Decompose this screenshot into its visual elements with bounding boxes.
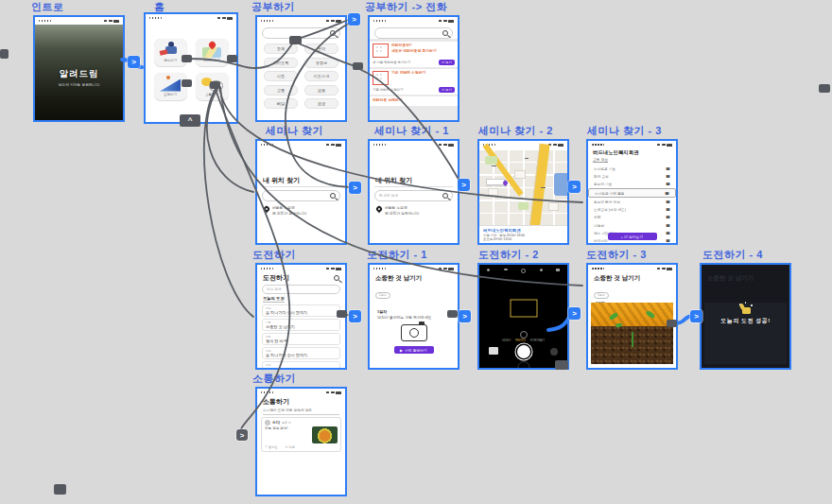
home-button[interactable] <box>517 361 529 370</box>
challenge-row[interactable]: 산책동네 한 바퀴 <box>262 333 340 346</box>
course-row[interactable]: 서예☎ <box>588 214 676 221</box>
frame-intro[interactable]: 알려드림 당신의 시작을 응원합니다 <box>33 15 125 122</box>
more-button[interactable]: 더 보기 <box>439 87 455 93</box>
frame-challenge[interactable]: 도전하기 도전 검색 오늘의 도전 일상길 지나가다 인사 전하기 기록소중한 … <box>255 263 347 370</box>
flow-label-study[interactable]: 공부하기 <box>251 0 295 14</box>
connector-handle[interactable] <box>0 49 9 59</box>
camera-mode[interactable]: PORTRAIT <box>530 339 545 342</box>
challenge-row[interactable]: 일상오늘 예쁜 말 전하기 <box>262 361 340 371</box>
frame-seminar-2[interactable]: 버드내노인복지회관 이용 시간 : 평일 09:00~18:00 토요일 09:… <box>477 139 569 245</box>
phone-icon[interactable]: ☎ <box>666 238 670 243</box>
transition-arrow-badge[interactable]: > <box>128 56 140 68</box>
flow-label-study-phone[interactable]: 공부하기 -> 전화 <box>365 0 447 14</box>
flow-label-seminar[interactable]: 세미나 찾기 <box>266 124 323 138</box>
photo-thumbnail[interactable] <box>489 347 498 355</box>
flow-label-challenge[interactable]: 도전하기 <box>252 248 296 262</box>
search-input[interactable]: 현 위치 검색 <box>374 190 453 201</box>
course-row[interactable]: 스마트폰 기초☎ <box>588 165 676 172</box>
search-input[interactable] <box>262 190 340 201</box>
phone-icon[interactable]: ☎ <box>666 231 670 235</box>
challenge-row[interactable]: 일상길 지나가다 인사 전하기 <box>262 304 340 318</box>
home-app-seminar[interactable]: 세미나 찾기 <box>196 39 229 66</box>
connector-handle[interactable] <box>337 310 347 318</box>
flash-icon[interactable] <box>487 269 490 271</box>
frame-seminar-1[interactable]: 내 위치 찾기 현 위치 검색 버튼을 누르면 현 위치가 입력됩니다 <box>368 139 459 245</box>
frame-challenge-1[interactable]: 소중한 것 남기기 1일차 1일차 당신이 좋아하는 것을 찍어주세요 ▶사진 … <box>368 263 459 370</box>
course-row[interactable]: 컴퓨터 문서 작성☎ <box>588 198 676 205</box>
feed-post[interactable]: 소다 방금 전 오늘 점심 완성! ♡ 좋아요 ✎ 댓글 <box>261 417 341 452</box>
course-row[interactable]: 컴퓨터 기초☎ <box>588 181 676 188</box>
transition-arrow-badge[interactable]: > <box>568 307 581 320</box>
collapse-handle[interactable]: ^ <box>180 114 200 127</box>
phone-icon[interactable]: ☎ <box>666 182 670 186</box>
study-pill[interactable]: 유튜브 <box>304 58 338 68</box>
connector-handle[interactable] <box>182 55 192 62</box>
flow-label-seminar-3[interactable]: 세미나 찾기 - 3 <box>587 124 662 138</box>
challenge-row[interactable]: 일상길 지나가다 인사 전하기 <box>262 347 340 360</box>
timer-icon[interactable] <box>521 269 526 273</box>
connector-handle[interactable] <box>54 484 66 495</box>
camera-mode-active[interactable]: PHOTO <box>515 339 526 342</box>
learn-more-button[interactable]: + 더 알아보기 <box>608 233 657 240</box>
study-pill[interactable]: 배달 <box>264 98 298 109</box>
more-button[interactable]: 더 보기 <box>439 60 455 65</box>
phone-icon[interactable]: ☎ <box>666 207 670 212</box>
study-pill[interactable]: 전화 <box>264 43 298 54</box>
transition-arrow-badge[interactable]: > <box>349 182 361 194</box>
exposure-icon[interactable] <box>520 331 528 339</box>
flip-camera-button[interactable] <box>550 348 558 356</box>
flow-label-intro[interactable]: 인트로 <box>31 0 64 14</box>
frame-seminar-3[interactable]: 버드내노인복지회관 교육 정보 스마트폰 기초☎ 한글 교실☎ 컴퓨터 기초☎ … <box>586 139 678 245</box>
transition-arrow-badge[interactable]: > <box>349 310 361 322</box>
course-row-selected[interactable]: 스마트폰 사진 활용☎ <box>588 188 676 198</box>
take-photo-button[interactable]: ▶사진 촬영하기 <box>394 346 434 354</box>
study-pill[interactable]: 사진 <box>264 71 298 81</box>
filter-icon[interactable] <box>540 269 543 271</box>
frame-challenge-2[interactable]: VIDEO PHOTO PORTRAIT <box>477 263 569 370</box>
flow-label-seminar-2[interactable]: 세미나 찾기 - 2 <box>478 124 553 138</box>
phone-icon[interactable]: ☎ <box>666 200 670 204</box>
study-pill[interactable]: 금융 <box>304 85 338 96</box>
frame-seminar[interactable]: 내 위치 찾기 버튼을 누르면 현 위치가 검색됩니다 <box>255 139 347 245</box>
comment-button[interactable]: ✎ 댓글 <box>286 445 295 449</box>
connector-handle[interactable] <box>210 81 220 89</box>
flow-label-home[interactable]: 홈 <box>154 0 165 14</box>
transition-arrow-badge[interactable]: > <box>459 310 471 322</box>
course-row[interactable]: 노래교실 (건강 체조)☎ <box>588 205 676 213</box>
flow-label-challenge-3[interactable]: 도전하기 - 3 <box>586 248 647 262</box>
live-icon[interactable] <box>504 269 508 270</box>
like-button[interactable]: ♡ 좋아요 <box>265 445 278 449</box>
connector-handle[interactable] <box>667 320 677 327</box>
connector-handle[interactable] <box>353 62 363 70</box>
transition-arrow-badge[interactable]: > <box>568 181 581 193</box>
connector-handle[interactable] <box>227 55 237 62</box>
course-row[interactable]: 미술반☎ <box>588 221 676 229</box>
frame-home[interactable]: 공부하기 세미나 찾기 도전하기 소통하기 <box>144 12 238 124</box>
course-row[interactable]: 한글 교실☎ <box>588 172 676 180</box>
phone-icon[interactable]: ☎ <box>666 223 670 228</box>
map[interactable] <box>479 148 567 225</box>
phone-icon[interactable]: ☎ <box>666 215 670 219</box>
search-input[interactable] <box>374 27 453 39</box>
shutter-button[interactable] <box>517 345 530 358</box>
frame-challenge-3[interactable]: 소중한 것 남기기 1일차 1일차 당신이 좋아하는 것을 찍어주세요 <box>586 263 678 370</box>
challenge-row[interactable]: 기록소중한 것 남기기 <box>262 319 340 332</box>
flow-label-challenge-2[interactable]: 도전하기 - 2 <box>478 248 539 262</box>
feed-tabs[interactable]: 수다쟁이 도전 인증 일상의 일부 <box>263 408 339 415</box>
frame-study[interactable]: 전화 문자 카카오톡 유튜브 사진 키오스크 교통 금융 배달 공공 <box>255 15 347 122</box>
study-pill[interactable]: 문자 <box>304 43 338 54</box>
frame-talk[interactable]: 소통하기 수다쟁이 도전 인증 일상의 일부 소다 방금 전 오늘 점심 완성!… <box>255 387 347 496</box>
transition-arrow-badge[interactable]: > <box>236 429 248 441</box>
connector-handle[interactable] <box>289 36 302 44</box>
study-pill[interactable]: 교통 <box>264 85 298 96</box>
flow-label-challenge-1[interactable]: 도전하기 - 1 <box>367 248 427 262</box>
phone-icon[interactable]: ☎ <box>665 191 669 196</box>
camera-mode[interactable]: VIDEO <box>502 339 511 342</box>
transition-arrow-badge[interactable]: > <box>458 179 470 191</box>
phone-icon[interactable]: ☎ <box>666 166 670 171</box>
phone-icon[interactable]: ☎ <box>666 174 670 179</box>
transition-arrow-badge[interactable]: > <box>690 310 702 322</box>
tutorial-card[interactable]: 전화번호 삭제하기 <box>370 96 458 106</box>
settings-icon[interactable] <box>556 269 560 271</box>
frame-study-phone[interactable]: 전화번호란? 새로운 전화번호를 추가하기 새 사람 전화번호 추가하기 더 보… <box>368 15 459 122</box>
